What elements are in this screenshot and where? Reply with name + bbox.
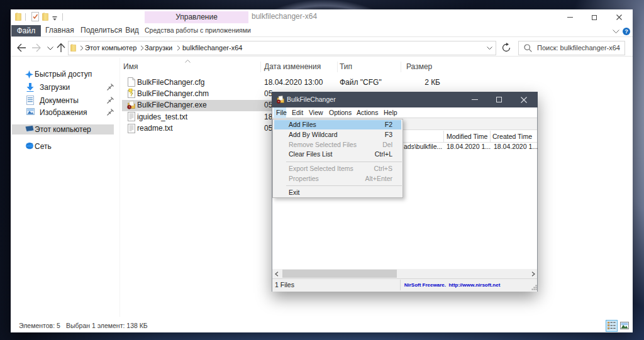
svg-text:?: ? [130, 91, 133, 97]
